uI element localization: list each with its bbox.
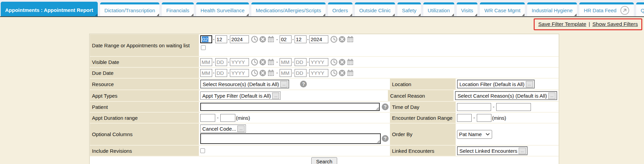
tab-industrial-hygiene[interactable]: Industrial Hygiene xyxy=(527,2,577,16)
visible-from-day-input[interactable] xyxy=(215,58,227,66)
date-from-month-input[interactable]: 02 xyxy=(200,35,212,43)
time-of-day-to-input[interactable] xyxy=(496,103,531,111)
clock-icon[interactable] xyxy=(251,36,258,43)
linked-encounters-more-button[interactable]: ... xyxy=(519,148,526,154)
resource-more-button[interactable]: ... xyxy=(280,81,287,87)
search-button[interactable]: Search xyxy=(311,157,337,164)
tab-financials[interactable]: Financials xyxy=(162,2,194,16)
waiting-list-checkbox[interactable] xyxy=(201,45,206,50)
show-saved-filters-link[interactable]: Show Saved Filters xyxy=(592,21,638,27)
tab-label: HR Data Feed xyxy=(584,7,616,13)
tab-corner-fold xyxy=(392,14,395,16)
tab-safety[interactable]: Safety xyxy=(397,2,421,16)
appt-duration-cell: - (mins) xyxy=(199,113,390,123)
date-from-year-input[interactable] xyxy=(230,35,249,43)
date-to-day-input[interactable] xyxy=(295,35,307,43)
cancel-reason-button[interactable]: Select Cancel Reason(s) (Default is All)… xyxy=(455,91,557,100)
tab-corner-fold xyxy=(350,14,352,16)
visible-to-day-input[interactable] xyxy=(295,58,307,66)
order-by-select[interactable]: Pat Name xyxy=(457,130,492,139)
appt-types-cell: Appt Type Filter (Default is All)... xyxy=(199,90,388,101)
due-from-year-input[interactable] xyxy=(230,69,249,77)
clock-icon[interactable] xyxy=(251,69,258,77)
calendar-icon[interactable] xyxy=(267,69,274,77)
calendar-icon[interactable] xyxy=(347,36,354,43)
date-to-month-input[interactable] xyxy=(280,35,292,43)
tab-wr-case-mgmt[interactable]: WR Case Mgmt xyxy=(480,2,525,16)
tab-corner-fold xyxy=(95,14,97,16)
external-link-icon[interactable] xyxy=(620,6,629,15)
tab-dictation-transcription[interactable]: Dictation/Transcription xyxy=(100,2,160,16)
appt-duration-max-input[interactable] xyxy=(220,114,235,122)
calendar-icon[interactable] xyxy=(267,59,274,66)
search-cell: Search xyxy=(90,157,559,164)
linked-encounters-button[interactable]: Select Linked Encounters... xyxy=(457,146,528,155)
calendar-icon[interactable] xyxy=(347,59,354,66)
date-to-year-input[interactable] xyxy=(309,35,328,43)
help-icon[interactable]: ? xyxy=(382,103,389,110)
appt-types-label: Appt Types xyxy=(90,90,199,101)
save-filter-template-link[interactable]: Save Filter Template xyxy=(538,21,586,27)
encounter-duration-min-input[interactable] xyxy=(457,114,472,122)
resource-label: Resource xyxy=(90,79,199,89)
calendar-icon[interactable] xyxy=(347,69,354,77)
clear-date-icon[interactable] xyxy=(339,36,346,43)
optional-columns-input[interactable] xyxy=(200,133,381,144)
appt-duration-min-input[interactable] xyxy=(200,114,215,122)
tab-orders[interactable]: Orders xyxy=(328,2,352,16)
due-to-day-input[interactable] xyxy=(295,69,307,77)
tab-bar: Appointments : Appointment Report Dictat… xyxy=(0,0,644,17)
appt-types-more-button[interactable]: ... xyxy=(272,93,279,99)
tab-medications-allergies-scripts[interactable]: Medications/Allergies/Scripts xyxy=(251,2,326,16)
saved-filters-annotation: Save Filter Template | Show Saved Filter… xyxy=(534,18,642,30)
due-to-year-input[interactable] xyxy=(309,69,328,77)
patient-label: Patient xyxy=(90,102,199,112)
clock-icon[interactable] xyxy=(251,59,258,66)
patient-input[interactable] xyxy=(200,103,380,111)
tab-health-surveillance[interactable]: Health Surveillance xyxy=(196,2,249,16)
due-from-day-input[interactable] xyxy=(215,69,227,77)
clear-date-icon[interactable] xyxy=(259,69,266,77)
include-revisions-checkbox[interactable] xyxy=(200,148,205,153)
clock-icon[interactable] xyxy=(330,69,337,77)
due-to-month-input[interactable] xyxy=(280,69,292,77)
chevron-down-icon xyxy=(486,133,490,136)
location-filter-button[interactable]: Location Filter (Default is All)... xyxy=(457,80,535,88)
clear-date-icon[interactable] xyxy=(339,69,346,77)
tab-label: Visits xyxy=(461,7,473,13)
cancel-code-button[interactable]: Cancel Code...... xyxy=(200,125,246,133)
tab-corner-fold xyxy=(418,14,421,16)
select-resource-button[interactable]: Select Resource(s) (Default is All)... xyxy=(200,80,289,88)
visible-to-month-input[interactable] xyxy=(280,58,292,66)
order-by-cell: Pat Name xyxy=(456,124,559,145)
location-label: Location xyxy=(390,79,456,89)
location-more-button[interactable]: ... xyxy=(526,81,533,87)
clear-date-icon[interactable] xyxy=(259,59,266,66)
date-from-day-input[interactable] xyxy=(215,35,227,43)
encounter-duration-max-input[interactable] xyxy=(477,114,491,122)
tab-appointments-appointment-report[interactable]: Appointments : Appointment Report xyxy=(1,2,98,16)
cancel-reason-more-button[interactable]: ... xyxy=(548,93,555,99)
clock-icon[interactable] xyxy=(330,59,337,66)
appt-type-filter-button[interactable]: Appt Type Filter (Default is All)... xyxy=(200,92,281,100)
help-icon[interactable]: ? xyxy=(300,81,307,87)
row-include-revisions-linked-encounters: Include Revisions Linked Encounters Sele… xyxy=(90,146,559,156)
clock-icon[interactable] xyxy=(330,36,337,43)
encounter-duration-cell: - (mins) xyxy=(456,113,559,123)
visible-from-year-input[interactable] xyxy=(230,58,249,66)
help-icon[interactable]: ? xyxy=(382,135,389,142)
include-revisions-label: Include Revisions xyxy=(90,146,199,156)
clear-date-icon[interactable] xyxy=(339,59,346,66)
tab-visits[interactable]: Visits xyxy=(457,2,478,16)
time-of-day-from-input[interactable] xyxy=(457,103,491,111)
calendar-icon[interactable] xyxy=(267,36,274,43)
tab-utilization[interactable]: Utilization xyxy=(423,2,454,16)
tab-quality-of-care[interactable]: Quality of Care xyxy=(636,2,644,16)
optional-columns-more-button[interactable]: ... xyxy=(237,126,245,132)
visible-to-year-input[interactable] xyxy=(309,58,328,66)
tab-hr-data-feed[interactable]: HR Data Feed xyxy=(579,2,634,16)
visible-from-month-input[interactable] xyxy=(200,58,212,66)
due-from-month-input[interactable] xyxy=(200,69,212,77)
clear-date-icon[interactable] xyxy=(259,36,266,43)
tab-outside-clinic[interactable]: Outside Clinic xyxy=(355,2,395,16)
